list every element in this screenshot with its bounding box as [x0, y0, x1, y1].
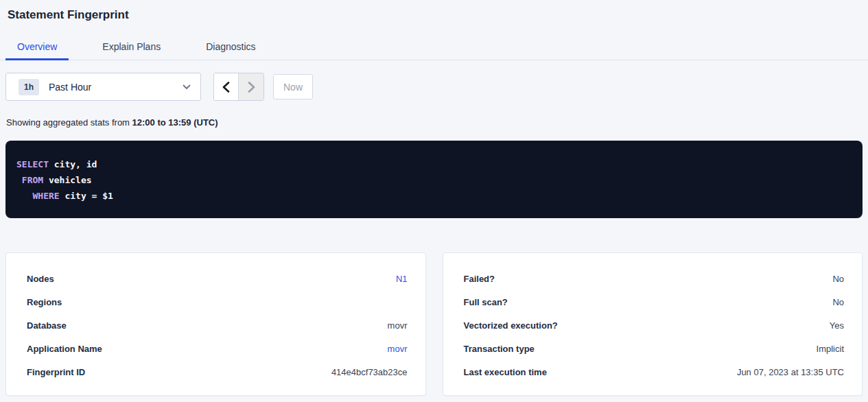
tab-bar: Overview Explain Plans Diagnostics [0, 35, 868, 60]
tab-diagnostics[interactable]: Diagnostics [194, 35, 267, 60]
row-full-scan: Full scan? No [464, 290, 845, 314]
page-title: Statement Fingerprint [0, 0, 868, 23]
detail-label: Transaction type [464, 344, 535, 354]
detail-value: No [832, 274, 844, 284]
stats-range: 12:00 to 13:59 (UTC) [132, 117, 218, 128]
row-last-execution-time: Last execution time Jun 07, 2023 at 13:3… [464, 360, 845, 383]
interval-badge: 1h [19, 79, 39, 95]
row-application-name: Application Name movr [27, 337, 408, 360]
row-regions: Regions [27, 290, 408, 314]
time-range-dropdown[interactable]: 1h Past Hour [5, 73, 201, 101]
detail-cards: Nodes N1 Regions Database movr Applicati… [5, 252, 863, 396]
sql-keyword: FROM [22, 175, 43, 185]
row-vectorized-execution: Vectorized execution? Yes [464, 314, 845, 337]
chevron-right-icon [248, 82, 255, 93]
time-controls: 1h Past Hour Now [5, 73, 868, 101]
time-range-label: Past Hour [49, 82, 183, 93]
next-range-button[interactable] [239, 73, 263, 100]
tab-overview[interactable]: Overview [5, 35, 69, 60]
sql-line-1: SELECT city, id [16, 156, 852, 172]
chevron-down-icon [183, 84, 191, 90]
detail-label: Full scan? [464, 297, 508, 307]
detail-label: Nodes [27, 274, 54, 284]
detail-label: Vectorized execution? [464, 320, 558, 331]
stats-prefix: Showing aggregated stats from [6, 117, 132, 128]
detail-label: Regions [27, 297, 62, 307]
nodes-link[interactable]: N1 [396, 274, 408, 284]
row-fingerprint-id: Fingerprint ID 414e4bcf73ab23ce [27, 360, 408, 383]
detail-label: Fingerprint ID [27, 367, 85, 377]
sql-keyword: WHERE [32, 191, 59, 201]
row-database: Database movr [27, 314, 408, 337]
statement-details-card: Nodes N1 Regions Database movr Applicati… [5, 252, 426, 396]
detail-value: movr [388, 320, 408, 331]
detail-label: Database [27, 320, 67, 331]
detail-label: Application Name [27, 344, 102, 354]
sql-line-3: WHERE city = $1 [16, 188, 852, 204]
execution-attributes-card: Failed? No Full scan? No Vectorized exec… [443, 252, 863, 396]
detail-value: Jun 07, 2023 at 13:35 UTC [737, 367, 844, 377]
sql-line-2: FROM vehicles [16, 172, 852, 188]
sql-statement-box: SELECT city, id FROM vehicles WHERE city… [5, 141, 863, 218]
row-transaction-type: Transaction type Implicit [464, 337, 845, 360]
row-nodes: Nodes N1 [27, 267, 408, 290]
detail-value: No [832, 297, 844, 307]
time-step-group [213, 73, 264, 101]
tab-explain-plans[interactable]: Explain Plans [91, 35, 172, 60]
chevron-left-icon [222, 82, 230, 93]
prev-range-button[interactable] [214, 73, 239, 100]
sql-keyword: SELECT [16, 159, 49, 169]
detail-label: Last execution time [464, 367, 547, 377]
detail-value: Yes [830, 320, 844, 331]
aggregated-stats-line: Showing aggregated stats from 12:00 to 1… [6, 117, 868, 128]
detail-value: Implicit [817, 344, 844, 354]
row-failed: Failed? No [464, 267, 845, 290]
detail-value: 414e4bcf73ab23ce [331, 367, 408, 377]
now-button[interactable]: Now [273, 74, 313, 99]
detail-label: Failed? [464, 274, 495, 284]
application-name-link[interactable]: movr [388, 344, 408, 354]
